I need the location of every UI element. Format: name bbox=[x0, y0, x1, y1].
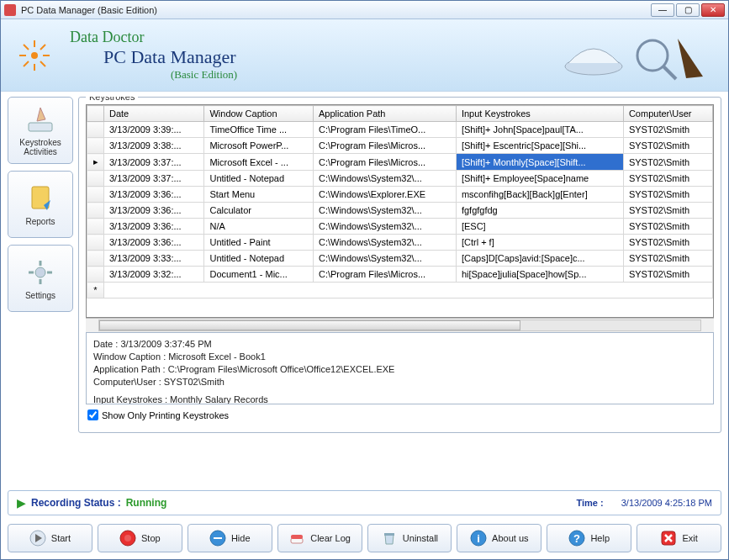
col-input[interactable]: Input Keystrokes bbox=[456, 106, 623, 122]
svg-line-8 bbox=[24, 61, 29, 66]
cell-input: fgfgfgfdg bbox=[456, 203, 623, 219]
cell-caption: TimeOffice Time ... bbox=[204, 122, 314, 138]
keystrokes-table[interactable]: Date Window Caption Application Path Inp… bbox=[86, 104, 714, 318]
cell-date: 3/13/2009 3:33:... bbox=[104, 251, 204, 267]
cell-input: [Caps]D[Caps]avid:[Space]c... bbox=[456, 251, 623, 267]
row-marker bbox=[87, 138, 104, 154]
about-button[interactable]: iAbout us bbox=[457, 524, 541, 552]
banner: Data Doctor PC Data Manager (Basic Editi… bbox=[1, 19, 728, 92]
sidebar-settings[interactable]: Settings bbox=[8, 245, 73, 312]
table-row[interactable]: 3/13/2009 3:36:...CalculatorC:\Windows\S… bbox=[87, 203, 713, 219]
cell-input: [Shift]+ Employee[Space]name bbox=[456, 171, 623, 187]
cell-caption: N/A bbox=[204, 219, 314, 235]
table-hscroll[interactable] bbox=[86, 318, 714, 332]
reports-icon bbox=[25, 183, 55, 214]
settings-icon bbox=[25, 257, 55, 288]
eraser-icon bbox=[288, 530, 305, 547]
cell-date: 3/13/2009 3:38:... bbox=[104, 138, 204, 154]
cell-date: 3/13/2009 3:37:... bbox=[104, 154, 204, 171]
app-window: PC Data Manager (Basic Edition) — ▢ ✕ Da… bbox=[0, 0, 729, 560]
svg-point-14 bbox=[35, 267, 45, 277]
cell-user: SYST02\Smith bbox=[623, 187, 712, 203]
close-button[interactable]: ✕ bbox=[701, 3, 725, 17]
row-marker-header bbox=[87, 106, 104, 122]
col-caption[interactable]: Window Caption bbox=[204, 106, 314, 122]
banner-line1: Data Doctor bbox=[70, 29, 237, 46]
row-marker bbox=[87, 235, 104, 251]
cell-input: [Shift]+ Escentric[Space][Shi... bbox=[456, 138, 623, 154]
col-user[interactable]: Computer\User bbox=[623, 106, 712, 122]
svg-rect-27 bbox=[384, 533, 394, 536]
svg-point-22 bbox=[124, 535, 131, 542]
cell-user: SYST02\Smith bbox=[623, 235, 712, 251]
table-row[interactable]: 3/13/2009 3:38:...Microsoft PowerP...C:\… bbox=[87, 138, 713, 154]
row-marker bbox=[87, 251, 104, 267]
cell-user: SYST02\Smith bbox=[623, 171, 712, 187]
cell-caption: Calculator bbox=[204, 203, 314, 219]
cell-date: 3/13/2009 3:36:... bbox=[104, 235, 204, 251]
table-row[interactable]: 3/13/2009 3:32:...Document1 - Mic...C:\P… bbox=[87, 267, 713, 283]
cell-date: 3/13/2009 3:36:... bbox=[104, 203, 204, 219]
row-marker: ▸ bbox=[87, 154, 104, 171]
cell-apppath: C:\Windows\Explorer.EXE bbox=[313, 187, 456, 203]
svg-line-11 bbox=[663, 66, 676, 79]
table-row[interactable]: ▸3/13/2009 3:37:...Microsoft Excel - ...… bbox=[87, 154, 713, 171]
svg-line-5 bbox=[24, 45, 29, 50]
cell-apppath: C:\Program Files\Micros... bbox=[313, 154, 456, 171]
table-row[interactable]: 3/13/2009 3:37:...Untitled - NotepadC:\W… bbox=[87, 171, 713, 187]
time-value: 3/13/2009 4:25:18 PM bbox=[621, 498, 712, 508]
svg-rect-24 bbox=[214, 537, 222, 539]
maximize-button[interactable]: ▢ bbox=[676, 3, 700, 17]
row-marker bbox=[87, 171, 104, 187]
cell-caption: Untitled - Notepad bbox=[204, 171, 314, 187]
table-row[interactable]: 3/13/2009 3:36:...Start MenuC:\Windows\E… bbox=[87, 187, 713, 203]
table-row[interactable]: 3/13/2009 3:36:...N/AC:\Windows\System32… bbox=[87, 219, 713, 235]
show-printing-label: Show Only Printing Keystrokes bbox=[102, 410, 229, 420]
cell-apppath: C:\Windows\System32\... bbox=[313, 251, 456, 267]
help-button[interactable]: ?Help bbox=[547, 524, 631, 552]
cell-input: hi[Space]julia[Space]how[Sp... bbox=[456, 267, 623, 283]
status-bar: ▶ Recording Status : Running Time : 3/13… bbox=[8, 490, 721, 515]
cell-input: [Shift]+ John[Space]paul[TA... bbox=[456, 122, 623, 138]
keystrokes-icon bbox=[25, 104, 55, 135]
table-row[interactable]: 3/13/2009 3:39:...TimeOffice Time ...C:\… bbox=[87, 122, 713, 138]
time-label: Time : bbox=[576, 498, 603, 508]
exit-button[interactable]: Exit bbox=[637, 524, 721, 552]
start-icon bbox=[29, 530, 46, 547]
cell-input: [Ctrl + f] bbox=[456, 235, 623, 251]
cell-caption: Untitled - Notepad bbox=[204, 251, 314, 267]
cell-user: SYST02\Smith bbox=[623, 154, 712, 171]
svg-line-6 bbox=[40, 61, 45, 66]
table-row[interactable]: 3/13/2009 3:36:...Untitled - PaintC:\Win… bbox=[87, 235, 713, 251]
row-marker bbox=[87, 267, 104, 283]
start-button[interactable]: Start bbox=[8, 524, 92, 552]
detail-panel: Date : 3/13/2009 3:37:45 PM Window Capti… bbox=[86, 332, 714, 404]
recording-status-label: Recording Status : bbox=[31, 497, 121, 509]
cell-apppath: C:\Program Files\TimeO... bbox=[313, 122, 456, 138]
show-printing-checkbox[interactable] bbox=[87, 409, 98, 420]
cell-apppath: C:\Windows\System32\... bbox=[313, 171, 456, 187]
cell-date: 3/13/2009 3:39:... bbox=[104, 122, 204, 138]
uninstall-button[interactable]: Uninstall bbox=[367, 524, 452, 552]
sidebar-reports[interactable]: Reports bbox=[8, 171, 73, 238]
cell-user: SYST02\Smith bbox=[623, 219, 712, 235]
sidebar-keystrokes[interactable]: Keystrokes Activities bbox=[8, 97, 73, 164]
cell-user: SYST02\Smith bbox=[623, 251, 712, 267]
cell-date: 3/13/2009 3:37:... bbox=[104, 171, 204, 187]
info-icon: i bbox=[470, 530, 487, 547]
banner-logo-icon bbox=[14, 35, 55, 76]
minimize-button[interactable]: — bbox=[651, 3, 674, 17]
cell-user: SYST02\Smith bbox=[623, 138, 712, 154]
svg-line-7 bbox=[40, 45, 45, 50]
svg-rect-12 bbox=[29, 123, 52, 131]
table-row[interactable]: 3/13/2009 3:33:...Untitled - NotepadC:\W… bbox=[87, 251, 713, 267]
hide-button[interactable]: Hide bbox=[188, 524, 272, 552]
stop-button[interactable]: Stop bbox=[98, 524, 182, 552]
cell-input: [ESC] bbox=[456, 219, 623, 235]
col-apppath[interactable]: Application Path bbox=[313, 106, 456, 122]
col-date[interactable]: Date bbox=[104, 106, 204, 122]
clearlog-button[interactable]: Clear Log bbox=[277, 524, 362, 552]
app-icon bbox=[4, 4, 16, 16]
row-marker bbox=[87, 219, 104, 235]
cell-caption: Untitled - Paint bbox=[204, 235, 314, 251]
